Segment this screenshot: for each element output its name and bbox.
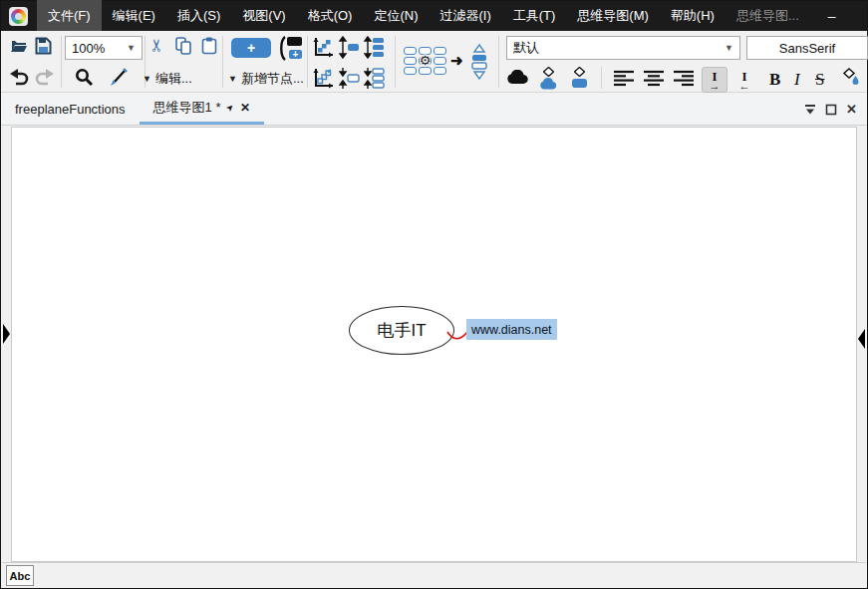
- align-right-icon[interactable]: [673, 70, 695, 87]
- selected-child-node[interactable]: www.dians.net: [466, 319, 557, 340]
- paste-icon[interactable]: [201, 37, 217, 55]
- toolbar-separator: [395, 36, 396, 88]
- gear-icon: ⚙: [420, 54, 432, 67]
- children-spacing-increase-icon[interactable]: [364, 36, 385, 59]
- menu-overflow: 思维导图...: [725, 0, 810, 32]
- minimize-button[interactable]: –: [810, 1, 854, 31]
- maximize-button[interactable]: □: [854, 1, 868, 31]
- map-tabbar: freeplaneFunctions 思维导图1 * ➤ ✕ ✕: [1, 94, 867, 126]
- arrow-left-icon: ←: [739, 82, 750, 90]
- save-icon[interactable]: [35, 37, 52, 55]
- toolbar-separator: [601, 67, 602, 89]
- font-family-value: SansSerif: [779, 41, 835, 56]
- cloud-color-icon[interactable]: [539, 67, 558, 90]
- redo-icon[interactable]: [35, 68, 55, 86]
- text-direction-ltr-button[interactable]: I→: [702, 67, 727, 93]
- tab-freeplane-functions[interactable]: freeplaneFunctions: [1, 94, 140, 125]
- svg-text:+: +: [293, 49, 299, 60]
- cut-icon[interactable]: ✂: [148, 38, 165, 52]
- main-toolbar: 100%▼ ✂ + + ⚙ ➜: [1, 31, 867, 93]
- close-map-icon[interactable]: ✕: [846, 104, 857, 116]
- chevron-down-icon: ▼: [724, 43, 733, 53]
- window-controls: – □ ×: [810, 1, 868, 31]
- copy-icon[interactable]: [175, 37, 192, 55]
- layout-manager-icon[interactable]: ⚙ ➜: [404, 47, 463, 75]
- toolbar-separator: [307, 36, 308, 88]
- menu-map[interactable]: 思维导图(M): [566, 0, 660, 32]
- dropdown-triangle-icon: ▼: [228, 74, 237, 84]
- format-painter-icon[interactable]: [109, 68, 129, 87]
- titlebar: 文件(F) 编辑(E) 插入(S) 视图(V) 格式(O) 定位(N) 过滤器(…: [1, 1, 867, 31]
- toolbar-separator: [61, 36, 62, 88]
- new-sibling-node-button[interactable]: +: [231, 38, 271, 58]
- edit-dropdown[interactable]: ▼编辑...: [143, 70, 192, 88]
- menu-insert[interactable]: 插入(S): [166, 0, 231, 32]
- add-node-dropdown-label: 新增节点...: [241, 70, 304, 88]
- open-file-icon[interactable]: [9, 38, 28, 55]
- cloud-icon[interactable]: [506, 70, 529, 85]
- search-icon[interactable]: [75, 68, 94, 87]
- node-background-color-icon[interactable]: [571, 67, 588, 89]
- font-family-combobox[interactable]: SansSerif: [746, 36, 868, 60]
- detach-tab-icon[interactable]: ➤: [224, 102, 236, 114]
- align-center-icon[interactable]: [643, 70, 665, 87]
- menu-filter[interactable]: 过滤器(I): [429, 0, 501, 32]
- align-left-icon[interactable]: [613, 70, 635, 87]
- menu-view[interactable]: 视图(V): [231, 0, 296, 32]
- dropdown-triangle-icon: ▼: [143, 74, 151, 84]
- node-spacing-decrease-icon[interactable]: [339, 67, 360, 90]
- toolbar-separator: [222, 36, 223, 88]
- restore-map-icon[interactable]: [825, 104, 837, 116]
- edit-dropdown-label: 编辑...: [155, 70, 192, 88]
- text-direction-rtl-button[interactable]: I←: [731, 67, 757, 93]
- spellcheck-button[interactable]: Abc: [6, 565, 34, 586]
- style-combobox[interactable]: 默认▼: [506, 36, 740, 60]
- freeplane-window: 文件(F) 编辑(E) 插入(S) 视图(V) 格式(O) 定位(N) 过滤器(…: [0, 0, 868, 589]
- strikethrough-button[interactable]: S: [815, 70, 824, 90]
- node-spacing-increase-icon[interactable]: [339, 36, 360, 59]
- zoom-value: 100%: [72, 41, 105, 56]
- close-tab-icon[interactable]: ✕: [240, 101, 250, 115]
- map-area: 电手IT www.dians.net: [2, 127, 866, 562]
- arrow-right-icon: ➜: [450, 52, 463, 70]
- zoom-combobox[interactable]: 100%▼: [65, 36, 143, 60]
- italic-button[interactable]: I: [794, 70, 800, 90]
- menu-edit[interactable]: 编辑(E): [102, 0, 166, 32]
- mindmap-canvas[interactable]: 电手IT www.dians.net: [11, 127, 857, 562]
- statusbar: Abc: [2, 562, 866, 588]
- map-window-controls: ✕: [804, 104, 867, 116]
- children-spacing-decrease-icon[interactable]: [364, 67, 385, 90]
- fit-map-icon[interactable]: [312, 36, 335, 59]
- outline-view-icon[interactable]: [312, 67, 335, 90]
- minimize-map-icon[interactable]: [804, 104, 816, 116]
- menu-tools[interactable]: 工具(T): [502, 0, 567, 32]
- new-child-node-button[interactable]: +: [276, 35, 304, 62]
- app-logo-icon: [9, 7, 28, 26]
- menu-navigate[interactable]: 定位(N): [363, 0, 429, 32]
- menu-file[interactable]: 文件(F): [37, 0, 102, 32]
- toolbar-separator: [498, 36, 499, 88]
- node-sort-icon[interactable]: [469, 44, 489, 80]
- font-color-icon[interactable]: [841, 68, 861, 88]
- style-value: 默认: [513, 39, 539, 57]
- arrow-right-icon: →: [710, 82, 721, 90]
- undo-icon[interactable]: [9, 68, 29, 86]
- chevron-down-icon: ▼: [127, 43, 136, 53]
- right-panel-toggle-icon[interactable]: [858, 329, 865, 349]
- root-node[interactable]: 电手IT: [349, 306, 454, 355]
- tab-mindmap1[interactable]: 思维导图1 * ➤ ✕: [140, 94, 265, 125]
- tab-label: 思维导图1 *: [153, 99, 221, 117]
- left-panel-toggle-icon[interactable]: [3, 324, 10, 344]
- tab-label: freeplaneFunctions: [15, 102, 126, 117]
- node-grid-icon: ⚙: [404, 47, 446, 75]
- add-node-dropdown[interactable]: ▼新增节点...: [228, 70, 304, 88]
- menu-format[interactable]: 格式(O): [297, 0, 364, 32]
- menu-help[interactable]: 帮助(H): [660, 0, 725, 32]
- bold-button[interactable]: B: [769, 70, 780, 90]
